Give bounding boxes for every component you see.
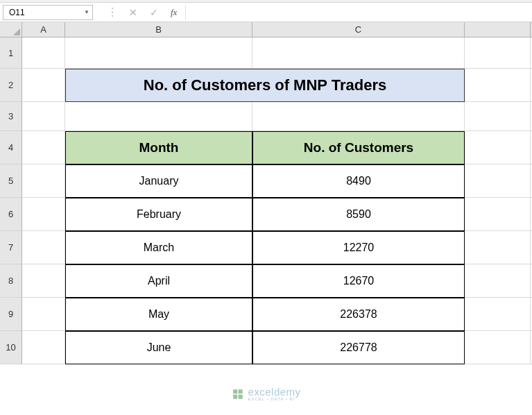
watermark-tagline: EXCEL • DATA • BI bbox=[248, 397, 300, 401]
table-row[interactable]: 8490 bbox=[252, 164, 465, 198]
fx-icon[interactable]: fx bbox=[171, 7, 177, 18]
select-all-button[interactable] bbox=[0, 22, 22, 37]
header-month[interactable]: Month bbox=[65, 131, 252, 164]
dots-icon: ⋮ bbox=[107, 6, 117, 19]
table-row[interactable]: March bbox=[65, 231, 252, 264]
table-row[interactable]: February bbox=[65, 198, 252, 231]
row-header-8[interactable]: 8 bbox=[0, 264, 22, 298]
row-header-7[interactable]: 7 bbox=[0, 231, 22, 264]
table-row[interactable]: April bbox=[65, 264, 252, 298]
name-box-value: O11 bbox=[6, 8, 84, 17]
watermark-brand: exceldemy bbox=[248, 387, 300, 397]
sheet-title[interactable]: No. of Customers of MNP Traders bbox=[65, 69, 465, 102]
row-header-3[interactable]: 3 bbox=[0, 102, 22, 131]
table-row[interactable]: 226778 bbox=[252, 331, 465, 364]
row-header-9[interactable]: 9 bbox=[0, 298, 22, 331]
header-customers[interactable]: No. of Customers bbox=[252, 131, 465, 164]
data-table: Month No. of Customers January 8490 Febr… bbox=[65, 131, 465, 364]
row-header-1[interactable]: 1 bbox=[0, 37, 22, 69]
row-header-2[interactable]: 2 bbox=[0, 69, 22, 102]
exceldemy-logo-icon bbox=[231, 388, 243, 400]
watermark: exceldemy EXCEL • DATA • BI bbox=[231, 387, 300, 401]
row-header-5[interactable]: 5 bbox=[0, 164, 22, 198]
enter-icon: ✓ bbox=[150, 7, 158, 18]
row-header-6[interactable]: 6 bbox=[0, 198, 22, 231]
col-header-D[interactable] bbox=[465, 22, 531, 37]
table-row[interactable]: May bbox=[65, 298, 252, 331]
table-row[interactable]: June bbox=[65, 331, 252, 364]
name-box[interactable]: O11 ▼ bbox=[3, 5, 93, 20]
table-row[interactable]: January bbox=[65, 164, 252, 198]
cancel-icon: ✕ bbox=[129, 7, 137, 18]
cells-area[interactable]: No. of Customers of MNP Traders Month No… bbox=[22, 37, 532, 364]
formula-bar-row: O11 ▼ ⋮ ✕ ✓ fx bbox=[0, 3, 532, 22]
formula-controls: ⋮ ✕ ✓ fx bbox=[107, 6, 177, 19]
table-row[interactable]: 8590 bbox=[252, 198, 465, 231]
table-row[interactable]: 12270 bbox=[252, 231, 465, 264]
col-header-A[interactable]: A bbox=[22, 22, 65, 37]
grid-body: 1 2 3 4 5 6 7 8 9 10 No. of Customers of… bbox=[0, 37, 532, 364]
row-header-10[interactable]: 10 bbox=[0, 331, 22, 364]
col-header-B[interactable]: B bbox=[65, 22, 252, 37]
column-headers: A B C bbox=[0, 22, 532, 37]
row-header-4[interactable]: 4 bbox=[0, 131, 22, 164]
table-row[interactable]: 12670 bbox=[252, 264, 465, 298]
name-box-dropdown-icon[interactable]: ▼ bbox=[84, 9, 89, 15]
table-row[interactable]: 226378 bbox=[252, 298, 465, 331]
row-headers: 1 2 3 4 5 6 7 8 9 10 bbox=[0, 37, 22, 364]
formula-bar-input[interactable] bbox=[185, 5, 532, 20]
sheet-area: A B C 1 2 3 4 5 6 7 8 9 10 bbox=[0, 22, 532, 364]
col-header-C[interactable]: C bbox=[252, 22, 465, 37]
